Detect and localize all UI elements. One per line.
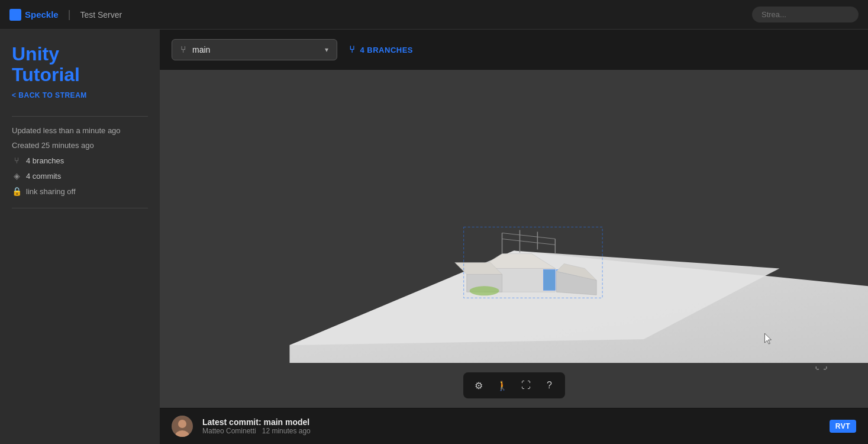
settings-tool-button[interactable]: ⚙ xyxy=(468,375,489,396)
svg-line-17 xyxy=(502,239,556,245)
commit-bar: Latest commit: main model Matteo Cominet… xyxy=(160,408,868,444)
brand-name: Speckle xyxy=(25,9,59,20)
updated-meta: Updated less than a minute ago xyxy=(12,126,148,135)
branch-bar: ⑂ main ▾ ⑂ 4 BRANCHES xyxy=(160,30,868,70)
viewer-toolbar: ⚙ 🚶 ⛶ ? xyxy=(463,372,565,398)
svg-point-22 xyxy=(178,420,186,428)
svg-point-11 xyxy=(470,286,499,295)
content-area: ⑂ main ▾ ⑂ 4 BRANCHES xyxy=(160,30,868,444)
branch-icon-select: ⑂ xyxy=(180,44,186,55)
branches-count-icon: ⑂ xyxy=(349,44,356,55)
commit-author: Matteo Cominetti xyxy=(202,427,256,435)
commits-meta[interactable]: ◈ 4 commits xyxy=(12,171,148,181)
lock-icon: 🔒 xyxy=(12,186,21,196)
viewer-3d-scene: ⛶ xyxy=(160,70,868,408)
main-layout: UnityTutorial < BACK TO STREAM Updated l… xyxy=(0,30,868,444)
chevron-down-icon: ▾ xyxy=(325,46,328,54)
branches-meta[interactable]: ⑂ 4 branches xyxy=(12,156,148,165)
commit-info: Latest commit: main model Matteo Cominet… xyxy=(202,417,820,435)
sharing-meta[interactable]: 🔒 link sharing off xyxy=(12,186,148,196)
author-avatar xyxy=(172,416,193,437)
branches-count-label: 4 BRANCHES xyxy=(360,46,414,54)
sidebar: UnityTutorial < BACK TO STREAM Updated l… xyxy=(0,30,160,444)
stream-title: UnityTutorial xyxy=(12,44,148,85)
fullscreen-tool-button[interactable]: ⛶ xyxy=(515,375,537,396)
server-name: Test Server xyxy=(80,10,122,20)
person-tool-button[interactable]: 🚶 xyxy=(492,375,513,396)
help-tool-button[interactable]: ? xyxy=(539,375,560,396)
sidebar-divider-top xyxy=(12,116,148,117)
logo-area[interactable]: Speckle xyxy=(9,9,59,21)
branch-icon: ⑂ xyxy=(12,156,21,165)
back-to-stream-link[interactable]: < BACK TO STREAM xyxy=(12,91,148,99)
commits-icon: ◈ xyxy=(12,171,21,181)
top-navigation: Speckle | Test Server xyxy=(0,0,868,30)
svg-rect-6 xyxy=(543,269,555,290)
svg-text:⛶: ⛶ xyxy=(815,357,828,372)
selected-branch-label: main xyxy=(192,45,319,54)
commit-source-badge: RVT xyxy=(830,420,856,433)
stream-metadata: Updated less than a minute ago Created 2… xyxy=(12,126,148,196)
commit-title: Latest commit: main model xyxy=(202,417,820,427)
sidebar-divider-bottom xyxy=(12,208,148,208)
created-meta: Created 25 minutes ago xyxy=(12,141,148,150)
branch-selector[interactable]: ⑂ main ▾ xyxy=(172,39,337,60)
commit-time: 12 minutes ago xyxy=(262,427,311,435)
nav-separator: | xyxy=(68,8,71,21)
logo-icon xyxy=(9,9,21,21)
commit-subtitle: Matteo Cominetti 12 minutes ago xyxy=(202,427,820,435)
branches-count-link[interactable]: ⑂ 4 BRANCHES xyxy=(349,44,413,55)
search-input[interactable] xyxy=(752,7,859,22)
svg-line-16 xyxy=(502,233,556,239)
viewer-area[interactable]: ⛶ ⚙ 🚶 ⛶ ? xyxy=(160,70,868,408)
